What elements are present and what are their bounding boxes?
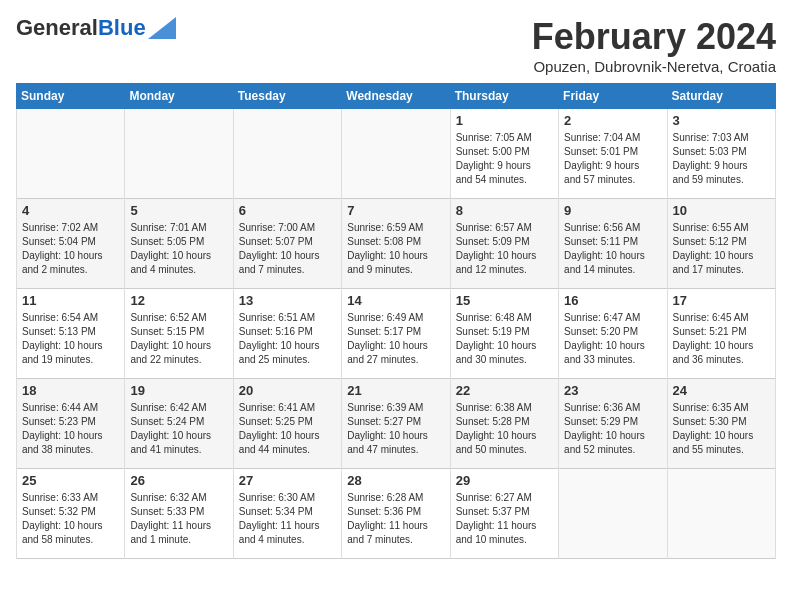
calendar-cell: 17Sunrise: 6:45 AM Sunset: 5:21 PM Dayli… bbox=[667, 289, 775, 379]
day-info: Sunrise: 6:45 AM Sunset: 5:21 PM Dayligh… bbox=[673, 311, 770, 367]
day-number: 29 bbox=[456, 473, 553, 488]
calendar-cell bbox=[125, 109, 233, 199]
calendar-table: SundayMondayTuesdayWednesdayThursdayFrid… bbox=[16, 83, 776, 559]
day-number: 17 bbox=[673, 293, 770, 308]
day-number: 27 bbox=[239, 473, 336, 488]
day-header-friday: Friday bbox=[559, 84, 667, 109]
svg-marker-0 bbox=[148, 17, 176, 39]
day-info: Sunrise: 6:33 AM Sunset: 5:32 PM Dayligh… bbox=[22, 491, 119, 547]
calendar-cell: 7Sunrise: 6:59 AM Sunset: 5:08 PM Daylig… bbox=[342, 199, 450, 289]
day-info: Sunrise: 7:00 AM Sunset: 5:07 PM Dayligh… bbox=[239, 221, 336, 277]
day-info: Sunrise: 6:44 AM Sunset: 5:23 PM Dayligh… bbox=[22, 401, 119, 457]
day-number: 18 bbox=[22, 383, 119, 398]
subtitle: Opuzen, Dubrovnik-Neretva, Croatia bbox=[532, 58, 776, 75]
day-info: Sunrise: 6:54 AM Sunset: 5:13 PM Dayligh… bbox=[22, 311, 119, 367]
calendar-cell bbox=[17, 109, 125, 199]
day-number: 19 bbox=[130, 383, 227, 398]
day-info: Sunrise: 6:27 AM Sunset: 5:37 PM Dayligh… bbox=[456, 491, 553, 547]
calendar-week-row: 25Sunrise: 6:33 AM Sunset: 5:32 PM Dayli… bbox=[17, 469, 776, 559]
calendar-week-row: 1Sunrise: 7:05 AM Sunset: 5:00 PM Daylig… bbox=[17, 109, 776, 199]
day-info: Sunrise: 6:59 AM Sunset: 5:08 PM Dayligh… bbox=[347, 221, 444, 277]
calendar-cell: 3Sunrise: 7:03 AM Sunset: 5:03 PM Daylig… bbox=[667, 109, 775, 199]
day-number: 15 bbox=[456, 293, 553, 308]
day-number: 24 bbox=[673, 383, 770, 398]
calendar-cell: 28Sunrise: 6:28 AM Sunset: 5:36 PM Dayli… bbox=[342, 469, 450, 559]
day-number: 8 bbox=[456, 203, 553, 218]
title-block: February 2024 Opuzen, Dubrovnik-Neretva,… bbox=[532, 16, 776, 75]
day-info: Sunrise: 7:02 AM Sunset: 5:04 PM Dayligh… bbox=[22, 221, 119, 277]
calendar-cell: 25Sunrise: 6:33 AM Sunset: 5:32 PM Dayli… bbox=[17, 469, 125, 559]
day-info: Sunrise: 6:35 AM Sunset: 5:30 PM Dayligh… bbox=[673, 401, 770, 457]
day-number: 3 bbox=[673, 113, 770, 128]
day-header-sunday: Sunday bbox=[17, 84, 125, 109]
calendar-cell: 6Sunrise: 7:00 AM Sunset: 5:07 PM Daylig… bbox=[233, 199, 341, 289]
calendar-cell: 29Sunrise: 6:27 AM Sunset: 5:37 PM Dayli… bbox=[450, 469, 558, 559]
day-info: Sunrise: 6:30 AM Sunset: 5:34 PM Dayligh… bbox=[239, 491, 336, 547]
calendar-cell: 1Sunrise: 7:05 AM Sunset: 5:00 PM Daylig… bbox=[450, 109, 558, 199]
day-header-tuesday: Tuesday bbox=[233, 84, 341, 109]
calendar-cell: 15Sunrise: 6:48 AM Sunset: 5:19 PM Dayli… bbox=[450, 289, 558, 379]
calendar-cell: 16Sunrise: 6:47 AM Sunset: 5:20 PM Dayli… bbox=[559, 289, 667, 379]
calendar-cell: 2Sunrise: 7:04 AM Sunset: 5:01 PM Daylig… bbox=[559, 109, 667, 199]
calendar-week-row: 18Sunrise: 6:44 AM Sunset: 5:23 PM Dayli… bbox=[17, 379, 776, 469]
day-number: 23 bbox=[564, 383, 661, 398]
day-header-saturday: Saturday bbox=[667, 84, 775, 109]
day-number: 22 bbox=[456, 383, 553, 398]
calendar-cell: 26Sunrise: 6:32 AM Sunset: 5:33 PM Dayli… bbox=[125, 469, 233, 559]
day-info: Sunrise: 6:51 AM Sunset: 5:16 PM Dayligh… bbox=[239, 311, 336, 367]
calendar-cell: 20Sunrise: 6:41 AM Sunset: 5:25 PM Dayli… bbox=[233, 379, 341, 469]
day-info: Sunrise: 6:52 AM Sunset: 5:15 PM Dayligh… bbox=[130, 311, 227, 367]
day-number: 5 bbox=[130, 203, 227, 218]
calendar-cell: 8Sunrise: 6:57 AM Sunset: 5:09 PM Daylig… bbox=[450, 199, 558, 289]
calendar-cell: 18Sunrise: 6:44 AM Sunset: 5:23 PM Dayli… bbox=[17, 379, 125, 469]
day-number: 9 bbox=[564, 203, 661, 218]
calendar-cell: 10Sunrise: 6:55 AM Sunset: 5:12 PM Dayli… bbox=[667, 199, 775, 289]
day-number: 2 bbox=[564, 113, 661, 128]
day-number: 26 bbox=[130, 473, 227, 488]
day-number: 14 bbox=[347, 293, 444, 308]
day-info: Sunrise: 6:41 AM Sunset: 5:25 PM Dayligh… bbox=[239, 401, 336, 457]
day-info: Sunrise: 6:48 AM Sunset: 5:19 PM Dayligh… bbox=[456, 311, 553, 367]
day-number: 25 bbox=[22, 473, 119, 488]
day-number: 6 bbox=[239, 203, 336, 218]
day-header-thursday: Thursday bbox=[450, 84, 558, 109]
calendar-cell bbox=[559, 469, 667, 559]
day-info: Sunrise: 6:56 AM Sunset: 5:11 PM Dayligh… bbox=[564, 221, 661, 277]
calendar-cell: 13Sunrise: 6:51 AM Sunset: 5:16 PM Dayli… bbox=[233, 289, 341, 379]
calendar-cell: 22Sunrise: 6:38 AM Sunset: 5:28 PM Dayli… bbox=[450, 379, 558, 469]
calendar-cell: 4Sunrise: 7:02 AM Sunset: 5:04 PM Daylig… bbox=[17, 199, 125, 289]
calendar-header-row: SundayMondayTuesdayWednesdayThursdayFrid… bbox=[17, 84, 776, 109]
logo-general: General bbox=[16, 15, 98, 40]
day-info: Sunrise: 6:47 AM Sunset: 5:20 PM Dayligh… bbox=[564, 311, 661, 367]
calendar-cell bbox=[667, 469, 775, 559]
calendar-cell: 24Sunrise: 6:35 AM Sunset: 5:30 PM Dayli… bbox=[667, 379, 775, 469]
day-info: Sunrise: 6:49 AM Sunset: 5:17 PM Dayligh… bbox=[347, 311, 444, 367]
day-info: Sunrise: 6:39 AM Sunset: 5:27 PM Dayligh… bbox=[347, 401, 444, 457]
day-info: Sunrise: 7:04 AM Sunset: 5:01 PM Dayligh… bbox=[564, 131, 661, 187]
logo-blue: Blue bbox=[98, 15, 146, 40]
calendar-cell: 9Sunrise: 6:56 AM Sunset: 5:11 PM Daylig… bbox=[559, 199, 667, 289]
calendar-week-row: 11Sunrise: 6:54 AM Sunset: 5:13 PM Dayli… bbox=[17, 289, 776, 379]
calendar-week-row: 4Sunrise: 7:02 AM Sunset: 5:04 PM Daylig… bbox=[17, 199, 776, 289]
day-number: 16 bbox=[564, 293, 661, 308]
day-number: 11 bbox=[22, 293, 119, 308]
day-number: 28 bbox=[347, 473, 444, 488]
calendar-cell: 12Sunrise: 6:52 AM Sunset: 5:15 PM Dayli… bbox=[125, 289, 233, 379]
day-header-monday: Monday bbox=[125, 84, 233, 109]
day-number: 1 bbox=[456, 113, 553, 128]
calendar-cell: 5Sunrise: 7:01 AM Sunset: 5:05 PM Daylig… bbox=[125, 199, 233, 289]
day-info: Sunrise: 6:42 AM Sunset: 5:24 PM Dayligh… bbox=[130, 401, 227, 457]
day-info: Sunrise: 6:38 AM Sunset: 5:28 PM Dayligh… bbox=[456, 401, 553, 457]
day-info: Sunrise: 6:32 AM Sunset: 5:33 PM Dayligh… bbox=[130, 491, 227, 547]
day-number: 12 bbox=[130, 293, 227, 308]
day-number: 20 bbox=[239, 383, 336, 398]
page-header: GeneralBlue February 2024 Opuzen, Dubrov… bbox=[16, 16, 776, 75]
month-title: February 2024 bbox=[532, 16, 776, 58]
calendar-cell: 11Sunrise: 6:54 AM Sunset: 5:13 PM Dayli… bbox=[17, 289, 125, 379]
day-number: 10 bbox=[673, 203, 770, 218]
day-info: Sunrise: 7:01 AM Sunset: 5:05 PM Dayligh… bbox=[130, 221, 227, 277]
day-number: 13 bbox=[239, 293, 336, 308]
day-info: Sunrise: 6:57 AM Sunset: 5:09 PM Dayligh… bbox=[456, 221, 553, 277]
day-header-wednesday: Wednesday bbox=[342, 84, 450, 109]
calendar-cell: 19Sunrise: 6:42 AM Sunset: 5:24 PM Dayli… bbox=[125, 379, 233, 469]
